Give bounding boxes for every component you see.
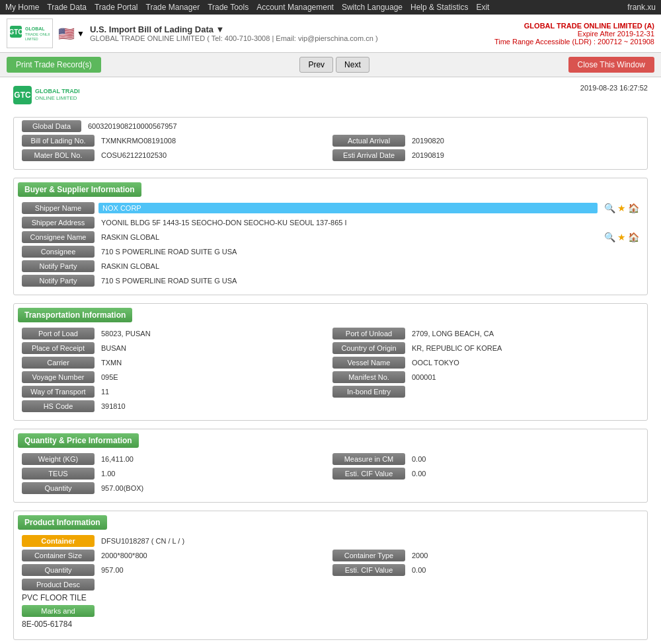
prev-button[interactable]: Prev xyxy=(299,57,333,73)
main-content: GTC GLOBAL TRADE ONLINE LIMITED 2019-08-… xyxy=(0,77,661,644)
nav-trade-data[interactable]: Trade Data xyxy=(47,3,87,12)
consignee-search-icon[interactable]: 🔍 xyxy=(604,232,615,242)
consignee-name-label: Consignee Name xyxy=(22,231,95,243)
manifest-no-label: Manifest No. xyxy=(332,371,405,383)
bill-of-lading-value: TXMNKRMO08191008 xyxy=(98,135,329,146)
mater-bol-value: COSU62122102530 xyxy=(98,150,329,161)
product-desc-value: PVC FLOOR TILE xyxy=(22,593,87,602)
page-title-area: U.S. Import Bill of Lading Data ▼ GLOBAL… xyxy=(90,24,378,42)
username: frank.xu xyxy=(627,3,656,12)
product-quantity-label: Quantity xyxy=(22,564,95,576)
weight-measure-row: Weight (KG) 16,411.00 Measure in CM 0.00 xyxy=(18,453,643,465)
port-of-load-value: 58023, PUSAN xyxy=(98,328,329,339)
quantity-price-section: Quantity & Price Information Weight (KG)… xyxy=(13,429,648,503)
svg-text:GLOBAL TRADE: GLOBAL TRADE xyxy=(35,88,79,94)
nav-exit[interactable]: Exit xyxy=(476,3,489,12)
shipper-icons: 🔍 ★ 🏠 xyxy=(604,203,639,213)
mater-bol-label: Mater BOL No. xyxy=(22,149,95,161)
teus-cif-row: TEUS 1.00 Esti. CIF Value 0.00 xyxy=(18,468,643,480)
svg-text:ONLINE LIMITED: ONLINE LIMITED xyxy=(35,95,77,101)
notify-party-value-2: 710 S POWERLINE ROAD SUITE G USA xyxy=(98,275,639,286)
nav-trade-manager[interactable]: Trade Manager xyxy=(146,3,200,12)
carrier-label: Carrier xyxy=(22,357,95,369)
hs-code-row: HS Code 391810 xyxy=(18,400,643,412)
transportation-section: Transportation Information Port of Load … xyxy=(13,303,648,421)
mater-bol-row: Mater BOL No. COSU62122102530 Esti Arriv… xyxy=(18,149,643,161)
voyage-number-label: Voyage Number xyxy=(22,371,95,383)
way-inbond-row: Way of Transport 11 In-bond Entry xyxy=(18,386,643,398)
teus-value: 1.00 xyxy=(98,468,329,479)
print-button[interactable]: Print Trade Record(s) xyxy=(7,57,101,73)
product-esti-cif-value: 0.00 xyxy=(409,565,639,575)
notify-party-label-2: Notify Party xyxy=(22,275,95,287)
shipper-name-value: NOX CORP xyxy=(98,203,598,213)
product-info-header: Product Information xyxy=(18,515,107,530)
bol-row: Bill of Lading No. TXMNKRMO08191008 Actu… xyxy=(18,135,643,147)
weight-label: Weight (KG) xyxy=(22,453,95,465)
port-load-unload-row: Port of Load 58023, PUSAN Port of Unload… xyxy=(18,328,643,340)
measure-in-cm-value: 0.00 xyxy=(409,454,639,464)
buyer-supplier-section: Buyer & Supplier Information Shipper Nam… xyxy=(13,178,648,295)
shipper-name-label: Shipper Name xyxy=(22,202,95,214)
account-company: GLOBAL TRADE ONLINE LIMITED (A) xyxy=(494,22,654,30)
product-info-section: Product Information Container DFSU101828… xyxy=(13,511,648,640)
time-range-info: Time Range Accessible (LDR) : 200712 ~ 2… xyxy=(494,38,654,46)
product-desc-label: Product Desc xyxy=(22,579,95,590)
shipper-search-icon[interactable]: 🔍 xyxy=(604,203,615,213)
place-country-row: Place of Receipt BUSAN Country of Origin… xyxy=(18,342,643,354)
weight-value: 16,411.00 xyxy=(98,454,329,464)
nav-switch-language[interactable]: Switch Language xyxy=(342,3,403,12)
esti-cif-value-label: Esti. CIF Value xyxy=(332,468,405,480)
quantity-row: Quantity 957.00(BOX) xyxy=(18,482,643,494)
vessel-name-label: Vessel Name xyxy=(332,357,405,369)
nav-account-management[interactable]: Account Management xyxy=(256,3,334,12)
language-selector[interactable]: 🇺🇸 ▼ xyxy=(58,26,85,42)
container-button[interactable]: Container xyxy=(22,535,95,547)
consignee-star-icon[interactable]: ★ xyxy=(617,232,626,242)
notify-party-row-2: Notify Party 710 S POWERLINE ROAD SUITE … xyxy=(18,275,643,287)
user-info: frank.xu xyxy=(627,3,656,12)
shipper-address-row: Shipper Address YOONIL BLDG 5F 1443-15 S… xyxy=(18,217,643,229)
close-button[interactable]: Close This Window xyxy=(568,57,654,73)
nav-help-statistics[interactable]: Help & Statistics xyxy=(410,3,468,12)
country-of-origin-value: KR, REPUBLIC OF KOREA xyxy=(409,343,639,353)
top-action-bar: Print Trade Record(s) Prev Next Close Th… xyxy=(0,53,661,77)
place-of-receipt-label: Place of Receipt xyxy=(22,342,95,354)
product-desc-row: Product Desc xyxy=(18,579,643,590)
quantity-label: Quantity xyxy=(22,482,95,494)
measure-in-cm-label: Measure in CM xyxy=(332,453,405,465)
company-logo: GTC GLOBAL TRADE ONLINE LIMITED xyxy=(7,18,53,48)
consignee-home-icon[interactable]: 🏠 xyxy=(628,232,639,242)
consignee-label: Consignee xyxy=(22,246,95,258)
consignee-icons: 🔍 ★ 🏠 xyxy=(604,232,639,242)
nav-trade-tools[interactable]: Trade Tools xyxy=(208,3,249,12)
esti-arrival-value: 20190819 xyxy=(409,150,639,161)
shipper-star-icon[interactable]: ★ xyxy=(617,203,626,213)
logo-area: GTC GLOBAL TRADE ONLINE LIMITED 🇺🇸 ▼ U.S… xyxy=(7,18,378,48)
svg-text:LIMITED: LIMITED xyxy=(25,37,38,41)
way-of-transport-label: Way of Transport xyxy=(22,386,95,398)
container-size-label: Container Size xyxy=(22,550,95,561)
bill-of-lading-label: Bill of Lading No. xyxy=(22,135,95,147)
svg-text:GLOBAL: GLOBAL xyxy=(25,26,45,31)
account-info: GLOBAL TRADE ONLINE LIMITED (A) Expire A… xyxy=(494,22,654,46)
container-size-value: 2000*800*800 xyxy=(98,550,329,561)
esti-arrival-label: Esti Arrival Date xyxy=(332,149,405,161)
svg-text:GTC: GTC xyxy=(14,90,31,100)
quantity-value: 957.00(BOX) xyxy=(98,483,639,493)
marks-value-row: 8E-005-61784 xyxy=(18,620,643,634)
marks-button[interactable]: Marks and xyxy=(22,605,95,617)
doc-header: GTC GLOBAL TRADE ONLINE LIMITED 2019-08-… xyxy=(13,84,648,110)
port-of-load-label: Port of Load xyxy=(22,328,95,340)
hs-code-label: HS Code xyxy=(22,400,95,412)
nav-trade-portal[interactable]: Trade Portal xyxy=(95,3,138,12)
notify-party-row-1: Notify Party RASKIN GLOBAL xyxy=(18,260,643,272)
doc-logo: GTC GLOBAL TRADE ONLINE LIMITED xyxy=(13,84,79,110)
quantity-price-header: Quantity & Price Information xyxy=(18,433,139,448)
next-button[interactable]: Next xyxy=(336,57,369,73)
nav-my-home[interactable]: My Home xyxy=(5,3,39,12)
top-navigation: My Home Trade Data Trade Portal Trade Ma… xyxy=(0,0,661,15)
doc-timestamp: 2019-08-23 16:27:52 xyxy=(580,84,648,92)
actual-arrival-value: 20190820 xyxy=(409,135,639,146)
shipper-home-icon[interactable]: 🏠 xyxy=(628,203,639,213)
